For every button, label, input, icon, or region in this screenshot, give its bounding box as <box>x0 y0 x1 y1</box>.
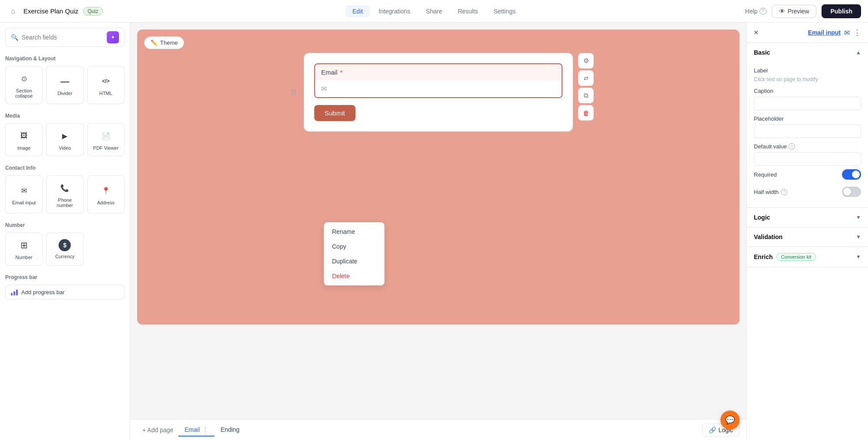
nav-right: Help ? 👁 Preview Publish <box>528 4 861 18</box>
validation-section-header[interactable]: Validation ▼ <box>747 227 868 246</box>
caption-label: Caption <box>754 88 861 94</box>
search-bar-container: 🔍 ✦ <box>5 28 125 47</box>
home-icon[interactable]: ⌂ <box>7 5 19 17</box>
context-menu-rename[interactable]: Rename <box>324 224 384 239</box>
field-image[interactable]: 🖼 Image <box>5 123 43 156</box>
contact-grid: ✉ Email input 📞 Phone number 📍 Address <box>5 175 125 213</box>
number-grid: ⊞ Number $ Currency <box>5 233 125 266</box>
add-progress-bar-button[interactable]: Add progress bar <box>5 285 125 299</box>
field-email-input[interactable]: ✉ Email input <box>5 175 43 213</box>
canvas-background: ✏️ Theme <box>137 30 740 325</box>
email-label-row: Email * <box>315 64 562 80</box>
email-label: Email <box>321 69 338 76</box>
app-title: Exercise Plan Quiz <box>23 7 79 15</box>
field-video[interactable]: ▶ Video <box>46 123 83 156</box>
section-title-media: Media <box>5 113 125 119</box>
tab-results[interactable]: Results <box>451 5 485 17</box>
main-layout: 🔍 ✦ Navigation & Layout ⊙ Section collap… <box>0 23 868 440</box>
bar-chart-icon <box>11 289 18 296</box>
tab-ending-page[interactable]: Ending <box>214 424 246 437</box>
enrich-section-header[interactable]: Enrich Conversion kit ▼ <box>747 247 868 267</box>
number-icon: ⊞ <box>17 238 31 252</box>
close-button[interactable]: × <box>754 28 759 37</box>
half-width-toggle[interactable] <box>842 187 861 197</box>
required-toggle-row: Required <box>754 166 861 183</box>
bottom-bar: + Add page Email ⋮ Ending 🔗 Logic <box>130 419 746 440</box>
tab-email-page[interactable]: Email ⋮ <box>178 424 214 437</box>
help-button[interactable]: Help ? <box>745 8 766 15</box>
email-tab-more-icon[interactable]: ⋮ <box>202 426 208 433</box>
conversion-kit-badge: Conversion kit <box>776 253 816 261</box>
field-address[interactable]: 📍 Address <box>87 175 125 213</box>
basic-section-header[interactable]: Basic ▲ <box>747 43 868 62</box>
drag-handle[interactable] <box>292 89 296 95</box>
placeholder-label: Placeholder <box>754 115 861 122</box>
email-at-icon: ✉ <box>321 85 327 93</box>
field-currency[interactable]: $ Currency <box>46 233 83 266</box>
right-sidebar: × Email input ✉ ⋮ Basic ▲ Label Click te… <box>746 23 868 440</box>
context-menu-duplicate[interactable]: Duplicate <box>324 254 384 269</box>
tab-integrations[interactable]: Integrations <box>372 5 417 17</box>
theme-button[interactable]: ✏️ Theme <box>144 36 184 49</box>
email-input-row[interactable]: ✉ <box>315 80 562 97</box>
search-input[interactable] <box>22 34 103 41</box>
chat-bubble-button[interactable]: 💬 <box>720 410 740 430</box>
email-field-wrapper: Email * ✉ <box>314 63 562 98</box>
basic-section: Basic ▲ Label Click text on page to modi… <box>747 43 868 208</box>
add-page-button[interactable]: + Add page <box>137 424 178 436</box>
nav-center: Edit Integrations Share Results Settings <box>345 5 523 17</box>
context-menu-delete[interactable]: Delete <box>324 269 384 283</box>
placeholder-input[interactable] <box>754 125 861 138</box>
logic-icon: 🔗 <box>709 427 716 433</box>
logic-action-button[interactable]: ⇄ <box>578 70 594 86</box>
publish-button[interactable]: Publish <box>822 4 861 18</box>
label-field-hint: Click text on page to modify <box>754 76 861 82</box>
magic-icon[interactable]: ✦ <box>107 31 119 43</box>
enrich-section: Enrich Conversion kit ▼ <box>747 247 868 267</box>
email-header-icon: ✉ <box>844 29 850 37</box>
form-card: Email * ✉ ⚙ ⇄ ⧉ 🗑 Submit <box>304 53 573 131</box>
preview-button[interactable]: 👁 Preview <box>772 5 817 18</box>
validation-chevron-icon: ▼ <box>856 234 861 240</box>
context-menu-copy[interactable]: Copy <box>324 239 384 254</box>
submit-button[interactable]: Submit <box>314 105 355 121</box>
settings-action-button[interactable]: ⚙ <box>578 53 594 69</box>
phone-icon: 📞 <box>58 181 72 195</box>
nav-left: ⌂ Exercise Plan Quiz Quiz <box>7 5 340 17</box>
right-sidebar-header: × Email input ✉ ⋮ <box>747 23 868 43</box>
field-phone-number[interactable]: 📞 Phone number <box>46 175 83 213</box>
required-toggle[interactable] <box>842 169 861 180</box>
validation-section: Validation ▼ <box>747 227 868 247</box>
field-divider[interactable]: — Divider <box>46 66 83 104</box>
image-icon: 🖼 <box>17 129 31 143</box>
html-icon: </> <box>99 74 113 88</box>
right-sidebar-title[interactable]: Email input <box>808 29 841 36</box>
help-circle-icon: ? <box>760 8 766 15</box>
section-title-number: Number <box>5 222 125 228</box>
field-number[interactable]: ⊞ Number <box>5 233 43 266</box>
half-width-help-icon[interactable]: ? <box>781 189 787 195</box>
default-value-help-icon[interactable]: ? <box>789 143 795 150</box>
default-value-input[interactable] <box>754 152 861 166</box>
half-width-toggle-row: Half width ? <box>754 183 861 200</box>
tab-share[interactable]: Share <box>419 5 449 17</box>
caption-input[interactable] <box>754 97 861 110</box>
logic-section-header[interactable]: Logic ▼ <box>747 208 868 227</box>
context-menu: Rename Copy Duplicate Delete <box>324 222 385 286</box>
video-icon: ▶ <box>58 129 72 143</box>
field-pdf-viewer[interactable]: 📄 PDF Viewer <box>87 123 125 156</box>
field-html[interactable]: </> HTML <box>87 66 125 104</box>
delete-action-button[interactable]: 🗑 <box>578 105 594 121</box>
eye-icon: 👁 <box>779 8 785 15</box>
more-options-button[interactable]: ⋮ <box>853 28 861 37</box>
logic-section: Logic ▼ <box>747 208 868 227</box>
address-icon: 📍 <box>99 184 113 197</box>
tab-edit[interactable]: Edit <box>345 5 370 17</box>
top-nav: ⌂ Exercise Plan Quiz Quiz Edit Integrati… <box>0 0 868 23</box>
field-section-collapse[interactable]: ⊙ Section collapse <box>5 66 43 104</box>
nav-layout-grid: ⊙ Section collapse — Divider </> HTML <box>5 66 125 104</box>
tab-settings[interactable]: Settings <box>487 5 523 17</box>
copy-action-button[interactable]: ⧉ <box>578 88 594 103</box>
quiz-badge: Quiz <box>83 7 103 16</box>
half-width-label: Half width ? <box>754 189 787 195</box>
